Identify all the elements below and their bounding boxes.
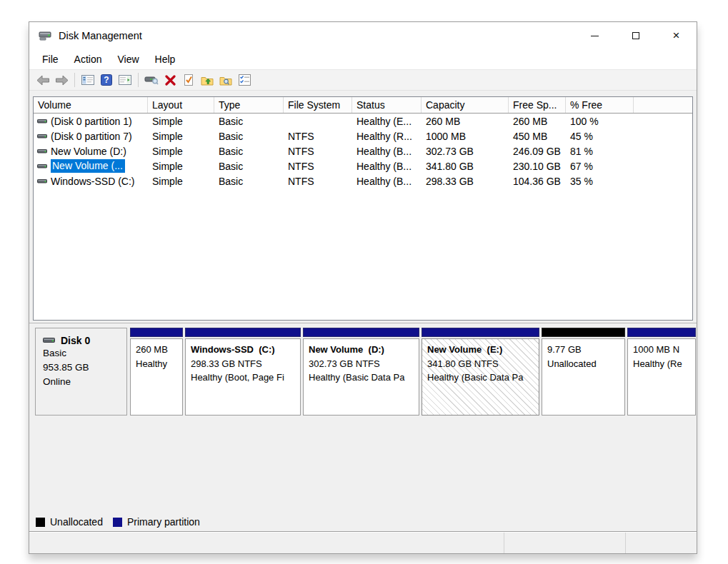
- partition-blocks: 260 MB Healthy Windows-SSD (C:) 298.33 G…: [130, 328, 697, 416]
- menu-file[interactable]: File: [34, 51, 66, 68]
- disk-0-row: Disk 0 Basic 953.85 GB Online 260 MB Hea…: [35, 328, 697, 416]
- table-row-selected[interactable]: New Volume (... Simple Basic NTFS Health…: [34, 158, 692, 173]
- partition-title: Windows-SSD (C:): [191, 343, 295, 357]
- disk-management-window: Disk Management × File Action View Help: [29, 21, 697, 554]
- cell-type: Basic: [214, 116, 284, 127]
- menu-action[interactable]: Action: [66, 51, 110, 68]
- table-row[interactable]: Windows-SSD (C:) Simple Basic NTFS Healt…: [34, 173, 692, 188]
- cell-capacity: 260 MB: [422, 116, 509, 127]
- cell-pct-free: 35 %: [566, 176, 634, 187]
- primary-partition-swatch: [113, 518, 122, 527]
- maximize-button[interactable]: [615, 22, 656, 49]
- cell-free-space: 450 MB: [509, 131, 566, 142]
- table-row[interactable]: New Volume (D:) Simple Basic NTFS Health…: [34, 143, 692, 158]
- open-button[interactable]: [216, 71, 235, 89]
- close-icon: ×: [673, 29, 680, 43]
- legend-item-primary-partition: Primary partition: [113, 516, 200, 528]
- back-arrow-icon: [36, 75, 50, 86]
- cell-pct-free: 81 %: [566, 146, 634, 157]
- mark-partition-active-button[interactable]: [179, 71, 198, 89]
- volume-disk-icon: [37, 178, 48, 185]
- check-document-icon: [183, 74, 194, 86]
- properties-list-icon: [239, 74, 251, 86]
- forward-button[interactable]: [52, 71, 71, 89]
- partition-color-bar: [627, 328, 696, 337]
- back-button[interactable]: [34, 71, 52, 89]
- show-action-pane-button[interactable]: [116, 71, 134, 89]
- column-header-pct-free[interactable]: % Free: [566, 97, 634, 113]
- volume-list-pane: Volume Layout Type File System Status Ca…: [33, 96, 693, 321]
- rescan-disks-button[interactable]: [142, 71, 161, 89]
- window-title: Disk Management: [59, 30, 142, 41]
- partition-title: New Volume (E:): [427, 343, 534, 357]
- cell-status: Healthy (E...: [352, 116, 422, 127]
- disk-status: Online: [43, 375, 119, 389]
- toolbar: ?: [29, 69, 697, 91]
- column-header-file-system[interactable]: File System: [284, 97, 352, 113]
- column-header-volume[interactable]: Volume: [34, 97, 148, 113]
- partition-title: New Volume (D:): [309, 343, 414, 357]
- table-row[interactable]: (Disk 0 partition 1) Simple Basic Health…: [34, 114, 692, 129]
- partition-block-c[interactable]: Windows-SSD (C:) 298.33 GB NTFS Healthy …: [185, 328, 301, 416]
- cell-capacity: 302.73 GB: [422, 146, 509, 157]
- partition-block-recovery[interactable]: 1000 MB N Healthy (Re: [627, 328, 696, 416]
- svg-text:?: ?: [104, 75, 109, 85]
- cell-layout: Simple: [148, 161, 214, 172]
- cell-free-space: 230.10 GB: [509, 161, 566, 172]
- column-header-capacity[interactable]: Capacity: [422, 97, 509, 113]
- menu-help[interactable]: Help: [147, 51, 184, 68]
- table-row[interactable]: (Disk 0 partition 7) Simple Basic NTFS H…: [34, 129, 692, 143]
- partition-status: Healthy (Basic Data Pa: [309, 371, 414, 385]
- partition-block-efi[interactable]: 260 MB Healthy: [130, 328, 183, 416]
- partition-block-e-selected[interactable]: New Volume (E:) 341.80 GB NTFS Healthy (…: [422, 328, 539, 416]
- unallocated-swatch: [36, 518, 45, 527]
- menu-view[interactable]: View: [109, 51, 146, 68]
- cell-pct-free: 45 %: [566, 131, 634, 142]
- cell-capacity: 341.80 GB: [422, 161, 509, 172]
- action-pane-icon: [119, 75, 131, 85]
- show-console-tree-button[interactable]: [79, 71, 97, 89]
- partition-block-d[interactable]: New Volume (D:) 302.73 GB NTFS Healthy (…: [303, 328, 419, 416]
- delete-volume-button[interactable]: [161, 71, 179, 89]
- minimize-icon: [591, 36, 599, 36]
- cell-free-space: 246.09 GB: [509, 146, 566, 157]
- volume-name: (Disk 0 partition 7): [51, 131, 132, 142]
- volume-name: Windows-SSD (C:): [51, 176, 134, 187]
- cell-layout: Simple: [148, 176, 214, 187]
- help-button[interactable]: ?: [97, 71, 116, 89]
- unallocated-color-bar: [542, 328, 625, 337]
- partition-size: 298.33 GB NTFS: [191, 357, 295, 371]
- cell-free-space: 104.36 GB: [509, 176, 566, 187]
- toolbar-separator: [138, 73, 139, 87]
- disk-graphical-pane: Disk 0 Basic 953.85 GB Online 260 MB Hea…: [29, 323, 697, 532]
- partition-block-unallocated[interactable]: 9.77 GB Unallocated: [542, 328, 625, 416]
- close-button[interactable]: ×: [656, 22, 697, 49]
- volume-disk-icon: [37, 133, 48, 140]
- app-icon: [39, 31, 52, 41]
- cell-status: Healthy (B...: [352, 176, 422, 187]
- console-tree-icon: [81, 75, 94, 85]
- partition-status: Healthy (Basic Data Pa: [427, 371, 534, 385]
- cell-capacity: 1000 MB: [422, 131, 509, 142]
- help-icon: ?: [101, 74, 112, 86]
- disk-icon: [43, 336, 56, 345]
- cell-type: Basic: [214, 131, 284, 142]
- volume-disk-icon: [37, 118, 48, 125]
- properties-button[interactable]: [235, 71, 254, 89]
- column-header-status[interactable]: Status: [352, 97, 422, 113]
- partition-status: Healthy (Boot, Page Fi: [191, 371, 295, 385]
- disk-0-info-panel[interactable]: Disk 0 Basic 953.85 GB Online: [35, 328, 127, 416]
- disk-name: Disk 0: [61, 335, 90, 346]
- partition-color-bar: [130, 328, 183, 337]
- column-header-type[interactable]: Type: [214, 97, 284, 113]
- column-header-layout[interactable]: Layout: [148, 97, 214, 113]
- delete-x-icon: [165, 75, 176, 86]
- legend-label: Primary partition: [127, 516, 200, 528]
- explore-button[interactable]: [198, 71, 216, 89]
- column-header-free-space[interactable]: Free Sp...: [509, 97, 566, 113]
- partition-status: Unallocated: [547, 357, 619, 371]
- minimize-button[interactable]: [574, 22, 615, 49]
- cell-layout: Simple: [148, 146, 214, 157]
- legend-item-unallocated: Unallocated: [36, 516, 103, 528]
- partition-status: Healthy: [136, 357, 177, 371]
